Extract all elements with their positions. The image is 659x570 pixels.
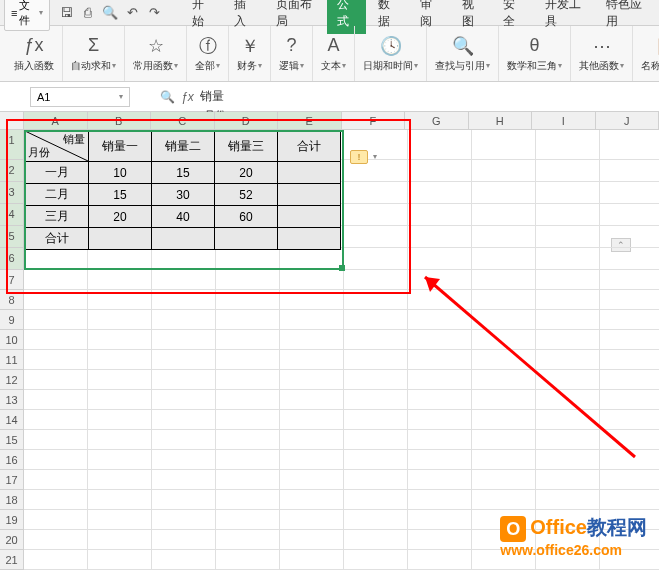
spreadsheet-grid[interactable]: A B C D E F G H I J ⌃ 123456789101112131… — [0, 112, 659, 570]
empty-cell[interactable] — [600, 330, 659, 350]
empty-cell[interactable] — [24, 370, 88, 390]
row-header[interactable]: 20 — [0, 530, 24, 550]
cell[interactable] — [89, 228, 152, 250]
row-label[interactable]: 合计 — [25, 228, 89, 250]
row-header[interactable]: 5 — [0, 226, 24, 248]
empty-cell[interactable] — [280, 270, 344, 290]
empty-cell[interactable] — [216, 248, 280, 270]
empty-cell[interactable] — [88, 290, 152, 310]
empty-cell[interactable] — [536, 290, 600, 310]
empty-cell[interactable] — [344, 530, 408, 550]
empty-cell[interactable] — [344, 490, 408, 510]
row-header[interactable]: 17 — [0, 470, 24, 490]
empty-cell[interactable] — [408, 226, 472, 248]
row-header[interactable]: 2 — [0, 160, 24, 182]
empty-cell[interactable] — [536, 430, 600, 450]
empty-cell[interactable] — [472, 160, 536, 182]
empty-cell[interactable] — [280, 410, 344, 430]
row-label[interactable]: 一月 — [25, 162, 89, 184]
empty-cell[interactable] — [152, 370, 216, 390]
row-header[interactable]: 4 — [0, 204, 24, 226]
empty-cell[interactable] — [88, 330, 152, 350]
empty-cell[interactable] — [472, 450, 536, 470]
empty-cell[interactable] — [88, 530, 152, 550]
empty-cell[interactable] — [216, 470, 280, 490]
empty-cell[interactable] — [216, 410, 280, 430]
row-header[interactable]: 19 — [0, 510, 24, 530]
empty-cell[interactable] — [280, 330, 344, 350]
empty-cell[interactable] — [600, 226, 659, 248]
empty-cell[interactable] — [152, 248, 216, 270]
empty-cell[interactable] — [216, 450, 280, 470]
rb-insert-fn[interactable]: ƒx插入函数 — [6, 26, 63, 81]
empty-cell[interactable] — [24, 450, 88, 470]
empty-cell[interactable] — [536, 410, 600, 430]
empty-cell[interactable] — [344, 450, 408, 470]
empty-cell[interactable] — [24, 470, 88, 490]
empty-cell[interactable] — [152, 290, 216, 310]
empty-cell[interactable] — [600, 130, 659, 160]
empty-cell[interactable] — [88, 248, 152, 270]
cell[interactable] — [152, 228, 215, 250]
empty-cell[interactable] — [536, 390, 600, 410]
empty-cell[interactable] — [408, 330, 472, 350]
empty-cell[interactable] — [152, 530, 216, 550]
col-header[interactable]: B — [88, 112, 152, 130]
rb-common[interactable]: ☆常用函数▾ — [125, 26, 187, 81]
empty-cell[interactable] — [280, 430, 344, 450]
empty-cell[interactable] — [88, 410, 152, 430]
empty-cell[interactable] — [24, 290, 88, 310]
empty-cell[interactable] — [216, 490, 280, 510]
empty-cell[interactable] — [344, 470, 408, 490]
empty-cell[interactable] — [88, 470, 152, 490]
empty-cell[interactable] — [536, 130, 600, 160]
empty-cell[interactable] — [536, 182, 600, 204]
empty-cell[interactable] — [600, 270, 659, 290]
row-header[interactable]: 13 — [0, 390, 24, 410]
empty-cell[interactable] — [344, 410, 408, 430]
empty-cell[interactable] — [344, 290, 408, 310]
empty-cell[interactable] — [408, 490, 472, 510]
cell[interactable]: 15 — [89, 184, 152, 206]
empty-cell[interactable] — [472, 410, 536, 430]
cell[interactable]: 52 — [215, 184, 278, 206]
empty-cell[interactable] — [152, 510, 216, 530]
empty-cell[interactable] — [88, 550, 152, 570]
empty-cell[interactable] — [472, 370, 536, 390]
empty-cell[interactable] — [216, 430, 280, 450]
empty-cell[interactable] — [600, 490, 659, 510]
cell[interactable] — [278, 162, 341, 184]
empty-cell[interactable] — [24, 350, 88, 370]
empty-cell[interactable] — [536, 370, 600, 390]
table-header[interactable]: 销量三 — [215, 131, 278, 162]
empty-cell[interactable] — [600, 370, 659, 390]
empty-cell[interactable] — [344, 182, 408, 204]
rb-autosum[interactable]: Σ自动求和▾ — [63, 26, 125, 81]
empty-cell[interactable] — [24, 390, 88, 410]
empty-cell[interactable] — [88, 450, 152, 470]
undo-icon[interactable]: ↶ — [124, 5, 140, 21]
row-header[interactable]: 16 — [0, 450, 24, 470]
empty-cell[interactable] — [152, 450, 216, 470]
empty-cell[interactable] — [600, 410, 659, 430]
empty-cell[interactable] — [408, 510, 472, 530]
smart-tag-dropdown-icon[interactable]: ▾ — [370, 150, 380, 164]
save-icon[interactable]: 🖫 — [58, 5, 74, 21]
empty-cell[interactable] — [344, 204, 408, 226]
fx-icon[interactable]: ƒx — [181, 90, 194, 104]
row-header[interactable]: 3 — [0, 182, 24, 204]
empty-cell[interactable] — [408, 270, 472, 290]
empty-cell[interactable] — [344, 226, 408, 248]
empty-cell[interactable] — [344, 370, 408, 390]
empty-cell[interactable] — [536, 450, 600, 470]
col-header[interactable]: H — [469, 112, 533, 130]
row-header[interactable]: 9 — [0, 310, 24, 330]
empty-cell[interactable] — [472, 330, 536, 350]
empty-cell[interactable] — [344, 270, 408, 290]
empty-cell[interactable] — [152, 470, 216, 490]
empty-cell[interactable] — [408, 390, 472, 410]
empty-cell[interactable] — [408, 550, 472, 570]
empty-cell[interactable] — [472, 182, 536, 204]
row-header[interactable]: 8 — [0, 290, 24, 310]
col-header[interactable]: C — [151, 112, 215, 130]
